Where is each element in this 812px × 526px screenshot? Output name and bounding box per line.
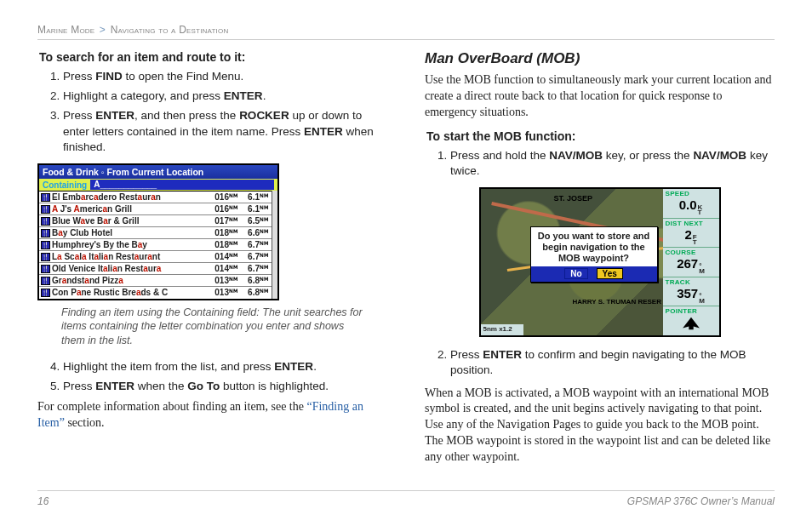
panel-unit: FT: [693, 235, 697, 246]
poi-icon: 🍴: [41, 241, 50, 249]
breadcrumb-sep-icon: >: [98, 24, 107, 36]
row-bearing: 018ᴺᴹ: [210, 227, 241, 239]
row-distance: 6.8ᴺᴹ: [241, 287, 270, 299]
breadcrumb-section: Marine Mode: [37, 24, 94, 36]
breadcrumb-topic: Navigating to a Destination: [111, 24, 229, 36]
panel-unit: °M: [699, 294, 705, 305]
sidebar-panel-pointer: POINTER: [663, 306, 719, 335]
row-bearing: 013ᴺᴹ: [210, 287, 241, 299]
poi-icon: 🍴: [41, 289, 50, 297]
poi-icon: 🍴: [41, 205, 50, 214]
mob-dialog-yes-button[interactable]: Yes: [597, 268, 623, 279]
poi-icon: 🍴: [41, 229, 50, 237]
device1-list-row[interactable]: 🍴Bay Club Hotel018ᴺᴹ6.6ᴺᴹ: [39, 227, 272, 239]
device1-list-row[interactable]: 🍴A J's American Grill016ᴺᴹ6.1ᴺᴹ: [39, 203, 272, 215]
sidebar-panel-track: TRACK357°M: [663, 277, 719, 306]
row-name: Grandstand Pizza: [52, 275, 210, 287]
device1-list-row[interactable]: 🍴Humphrey's By the Bay018ᴺᴹ6.7ᴺᴹ: [39, 239, 272, 251]
row-name: Bay Club Hotel: [52, 227, 210, 239]
mob-intro: Use the MOB function to simultaneously m…: [425, 72, 775, 121]
panel-unit: KT: [698, 205, 703, 216]
map-city-2: HARRY S. TRUMAN RESER: [573, 298, 661, 306]
row-distance: 6.1ᴺᴹ: [241, 192, 270, 203]
row-distance: 6.5ᴺᴹ: [241, 215, 270, 227]
device1-scrollbar[interactable]: [272, 191, 277, 299]
right-column: Man OverBoard (MOB) Use the MOB function…: [425, 47, 775, 490]
sidebar-panel-course: COURSE267°M: [663, 247, 719, 277]
row-distance: 6.8ᴺᴹ: [241, 275, 270, 287]
device1-list-row[interactable]: 🍴Con Pane Rustic Breads & C013ᴺᴹ6.8ᴺᴹ: [39, 287, 272, 299]
device1-screen: Food & Drink ◦ From Current Location Con…: [37, 163, 279, 300]
device1-search-field[interactable]: A____________: [90, 180, 274, 190]
device1-list-row[interactable]: 🍴La Scala Italian Restaurant014ᴺᴹ6.7ᴺᴹ: [39, 251, 272, 263]
row-bearing: 016ᴺᴹ: [210, 203, 241, 215]
mob-dialog-no-button[interactable]: No: [564, 268, 587, 279]
mob-dialog: Do you want to store and begin navigatio…: [530, 226, 658, 283]
search-step-a-1: Press FIND to open the Find Menu.: [63, 69, 387, 84]
row-bearing: 014ᴺᴹ: [210, 263, 241, 275]
columns: To search for an item and route to it: P…: [37, 47, 775, 490]
device2-sidebar: SPEED0.0KTDIST NEXT2FTCOURSE267°MTRACK35…: [663, 189, 719, 335]
tail-text: For complete information about finding a…: [37, 400, 306, 413]
svg-marker-0: [683, 317, 700, 329]
poi-icon: 🍴: [41, 277, 50, 285]
row-name: Con Pane Rustic Breads & C: [52, 287, 210, 299]
search-step-a-3: Press ENTER, and then press the ROCKER u…: [63, 108, 387, 155]
panel-value: 0.0: [679, 198, 697, 213]
breadcrumb: Marine Mode > Navigating to a Destinatio…: [37, 24, 775, 40]
device1-list-row[interactable]: 🍴Grandstand Pizza013ᴺᴹ6.8ᴺᴹ: [39, 275, 272, 287]
panel-unit: °M: [699, 264, 705, 275]
device1-title: Food & Drink ◦ From Current Location: [39, 165, 277, 179]
mob-subhead: To start the MOB function:: [426, 129, 775, 143]
sidebar-panel-speed: SPEED0.0KT: [663, 189, 719, 218]
device1-list-row[interactable]: 🍴Blue Wave Bar & Grill017ᴺᴹ6.5ᴺᴹ: [39, 215, 272, 227]
row-name: La Scala Italian Restaurant: [52, 251, 210, 263]
poi-icon: 🍴: [41, 193, 50, 202]
search-step-b-5: Press ENTER when the Go To button is hig…: [63, 379, 387, 394]
map-city-1: ST. JOSEP: [554, 194, 593, 203]
page: Marine Mode > Navigating to a Destinatio…: [0, 0, 812, 526]
row-bearing: 014ᴺᴹ: [210, 251, 241, 263]
row-name: Blue Wave Bar & Grill: [52, 215, 210, 227]
panel-value: 357: [677, 287, 698, 301]
poi-icon: 🍴: [41, 217, 50, 226]
footer: 16 GPSMAP 376C Owner’s Manual: [37, 490, 775, 507]
row-name: Old Venice Italian Restaura: [52, 263, 210, 275]
tail-after: section.: [65, 416, 105, 429]
row-bearing: 018ᴺᴹ: [210, 239, 241, 251]
manual-title: GPSMAP 376C Owner’s Manual: [627, 495, 775, 507]
row-name: Humphrey's By the Bay: [52, 239, 210, 251]
device1-body: 🍴El Embarcadero Restauran016ᴺᴹ6.1ᴺᴹ🍴A J'…: [39, 191, 277, 299]
pointer-arrow-icon: [666, 316, 717, 331]
mob-steps: Press and hold the NAV/MOB key, or press…: [425, 148, 775, 179]
poi-icon: 🍴: [41, 265, 50, 273]
device2-bottom-bar: 5nm x1.2: [481, 324, 523, 335]
panel-value: 267: [677, 257, 698, 272]
mob-body: When a MOB is activated, a MOB waypoint …: [425, 386, 775, 466]
row-bearing: 013ᴺᴹ: [210, 275, 241, 287]
poi-icon: 🍴: [41, 253, 50, 261]
row-name: El Embarcadero Restauran: [52, 192, 210, 203]
mob-dialog-buttons: No Yes: [531, 266, 657, 282]
mob-step-2: Press ENTER to confirm and begin navigat…: [450, 347, 775, 378]
search-steps-a: Press FIND to open the Find Menu.Highlig…: [37, 69, 387, 155]
device1-list-row[interactable]: 🍴El Embarcadero Restauran016ᴺᴹ6.1ᴺᴹ: [39, 192, 272, 203]
mob-dialog-text: Do you want to store and begin navigatio…: [531, 227, 657, 266]
row-name: A J's American Grill: [52, 203, 210, 215]
row-distance: 6.1ᴺᴹ: [241, 203, 270, 215]
finding-paragraph: For complete information about finding a…: [37, 399, 387, 432]
device1-search-row: Containing A____________: [39, 179, 277, 191]
sidebar-panel-dist-next: DIST NEXT2FT: [663, 218, 719, 248]
device-mob-map: ST. JOSEP HARRY S. TRUMAN RESER Do you w…: [479, 187, 721, 337]
device1-list: 🍴El Embarcadero Restauran016ᴺᴹ6.1ᴺᴹ🍴A J'…: [39, 191, 272, 299]
row-bearing: 016ᴺᴹ: [210, 192, 241, 203]
left-column: To search for an item and route to it: P…: [37, 47, 387, 490]
mob-steps-2: Press ENTER to confirm and begin navigat…: [425, 347, 775, 378]
row-distance: 6.7ᴺᴹ: [241, 263, 270, 275]
search-heading: To search for an item and route to it:: [39, 50, 387, 64]
device-search-list: Food & Drink ◦ From Current Location Con…: [37, 163, 387, 300]
device1-list-row[interactable]: 🍴Old Venice Italian Restaura014ᴺᴹ6.7ᴺᴹ: [39, 263, 272, 275]
search-step-b-4: Highlight the item from the list, and pr…: [63, 359, 387, 374]
panel-value: 2: [684, 228, 691, 243]
row-bearing: 017ᴺᴹ: [210, 215, 241, 227]
